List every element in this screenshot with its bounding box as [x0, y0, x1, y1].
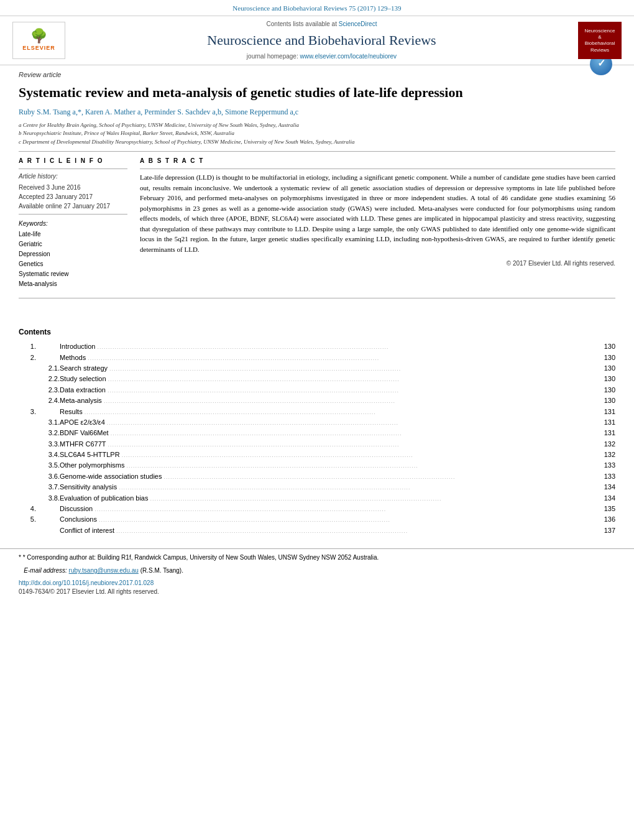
journal-homepage: journal homepage: www.elsevier.com/locat… [65, 52, 578, 61]
toc-subnum: 3.8. [36, 493, 60, 504]
footnote-email-link[interactable]: ruby.tsang@unsw.edu.au [69, 567, 139, 574]
toc-num: 4. [19, 504, 36, 514]
toc-num: 1. [19, 341, 36, 352]
toc-subnum: 3.1. [36, 417, 60, 428]
toc-page: 134 [597, 493, 615, 504]
journal-homepage-link[interactable]: www.elsevier.com/locate/neubiorev [300, 53, 397, 60]
journal-name: Neuroscience and Biobehavioral Reviews [65, 31, 578, 50]
citation-bar: Neuroscience and Biobehavioral Reviews 7… [0, 0, 634, 16]
toc-row: 2.2. Study selection ...................… [19, 374, 615, 384]
toc-title: Introduction ...........................… [60, 341, 597, 352]
toc-title: Genome-wide association studies ........… [60, 471, 597, 482]
toc-page: 132 [597, 439, 615, 450]
toc-subnum: 3.7. [36, 482, 60, 492]
toc-num [19, 374, 36, 384]
journal-logo-box: Neuro­science&BiobehavioralReviews [578, 22, 622, 59]
toc-row: 3.5. Other polymorphisms ...............… [19, 460, 615, 471]
abstract-divider [140, 168, 615, 169]
abstract-text: Late-life depression (LLD) is thought to… [140, 172, 615, 254]
toc-row: 3.1. APOE ε2/ε3/ε4 .....................… [19, 417, 615, 428]
keyword-1: Geriatric [19, 239, 127, 249]
elsevier-logo: 🌳 ELSEVIER [12, 22, 65, 59]
toc-row: 2.1. Search strategy ...................… [19, 363, 615, 374]
journal-header: 🌳 ELSEVIER Contents lists available at S… [0, 16, 634, 65]
citation-text: Neuroscience and Biobehavioral Reviews 7… [232, 4, 401, 12]
toc-num [19, 482, 36, 492]
toc-row: 5. Conclusions .........................… [19, 514, 615, 525]
toc-page: 130 [597, 353, 615, 363]
toc-title: Sensitivity analysis ...................… [60, 482, 597, 492]
doi-line[interactable]: http://dx.doi.org/10.1016/j.neubiorev.20… [19, 579, 615, 588]
affiliation-b: b Neuropsychiatric Institute, Prince of … [19, 129, 615, 138]
toc-row: 2.4. Meta-analysis .....................… [19, 395, 615, 406]
article-info-divider-top [19, 168, 127, 169]
toc-subnum [36, 341, 60, 352]
keyword-2: Depression [19, 249, 127, 259]
journal-logo-text: Neuro­science&BiobehavioralReviews [585, 28, 615, 54]
toc-title: Meta-analysis ..........................… [60, 395, 597, 406]
toc-row: 1. Introduction ........................… [19, 341, 615, 352]
toc-subnum: 3.3. [36, 439, 60, 450]
toc-title: Results ................................… [60, 407, 597, 417]
toc-title: Conclusions ............................… [60, 514, 597, 525]
toc-page: 131 [597, 428, 615, 438]
toc-subnum [36, 514, 60, 525]
toc-num: 2. [19, 353, 36, 363]
toc-title: Methods ................................… [60, 353, 597, 363]
toc-page: 133 [597, 471, 615, 482]
received-date: Received 3 June 2016 [19, 183, 127, 192]
toc-num [19, 385, 36, 395]
science-direct-link[interactable]: ScienceDirect [339, 21, 377, 27]
toc-title: Discussion .............................… [60, 504, 597, 514]
abstract-section-label: A B S T R A C T [140, 157, 615, 165]
contents-section: Contents 1. Introduction ...............… [0, 327, 634, 536]
toc-title: Study selection ........................… [60, 374, 597, 384]
toc-page: 131 [597, 417, 615, 428]
article-history-label: Article history: [19, 172, 127, 181]
affiliation-a: a Centre for Healthy Brain Ageing, Schoo… [19, 121, 615, 130]
toc-subnum [36, 407, 60, 417]
toc-num [19, 363, 36, 374]
available-date: Available online 27 January 2017 [19, 201, 127, 211]
toc-title: BDNF Val66Met ..........................… [60, 428, 597, 438]
toc-subnum [36, 353, 60, 363]
toc-num [19, 460, 36, 471]
contents-title: Contents [19, 327, 615, 338]
toc-row: 2.3. Data extraction ...................… [19, 385, 615, 395]
header-divider [19, 151, 615, 152]
science-direct-label: Contents lists available at [267, 21, 337, 27]
toc-num: 3. [19, 407, 36, 417]
elsevier-tree-icon: 🌳 [30, 29, 47, 43]
footnote-star-text: * * Corresponding author at: Building R1… [19, 553, 615, 562]
toc-row: 3.6. Genome-wide association studies ...… [19, 471, 615, 482]
article-info-col: A R T I C L E I N F O Article history: R… [19, 157, 127, 289]
toc-row: 3.2. BDNF Val66Met .....................… [19, 428, 615, 438]
email-label: E-mail address: [24, 567, 67, 574]
toc-page: 135 [597, 504, 615, 514]
footnote-email-line: E-mail address: ruby.tsang@unsw.edu.au (… [19, 566, 615, 575]
article-info-section-label: A R T I C L E I N F O [19, 157, 127, 165]
doi-link[interactable]: http://dx.doi.org/10.1016/j.neubiorev.20… [19, 579, 154, 586]
footnote-star-symbol: * [19, 554, 23, 561]
toc-page: 130 [597, 395, 615, 406]
toc-row: 3.3. MTHFR C677T .......................… [19, 439, 615, 450]
toc-subnum: 2.3. [36, 385, 60, 395]
toc-row: Conflict of interest ...................… [19, 525, 615, 536]
toc-num [19, 395, 36, 406]
toc-title: SLC6A4 5-HTTLPR ........................… [60, 450, 597, 460]
footnote-email-paren: (R.S.M. Tsang). [140, 567, 183, 574]
toc-subnum: 3.5. [36, 460, 60, 471]
accepted-date: Accepted 23 January 2017 [19, 192, 127, 201]
toc-row: 3. Results .............................… [19, 407, 615, 417]
page: Neuroscience and Biobehavioral Reviews 7… [0, 0, 634, 840]
toc-row: 3.4. SLC6A4 5-HTTLPR ...................… [19, 450, 615, 460]
toc-subnum: 3.2. [36, 428, 60, 438]
issn-line: 0149-7634/© 2017 Elsevier Ltd. All right… [19, 588, 615, 596]
authors-line: Ruby S.M. Tsang a,*, Karen A. Mather a, … [19, 107, 615, 118]
toc-table: 1. Introduction ........................… [19, 341, 615, 536]
affiliation-c: c Department of Developmental Disability… [19, 138, 615, 147]
science-direct-line: Contents lists available at ScienceDirec… [65, 20, 578, 29]
toc-subnum [36, 525, 60, 536]
toc-page: 130 [597, 341, 615, 352]
body-divider [19, 298, 615, 298]
